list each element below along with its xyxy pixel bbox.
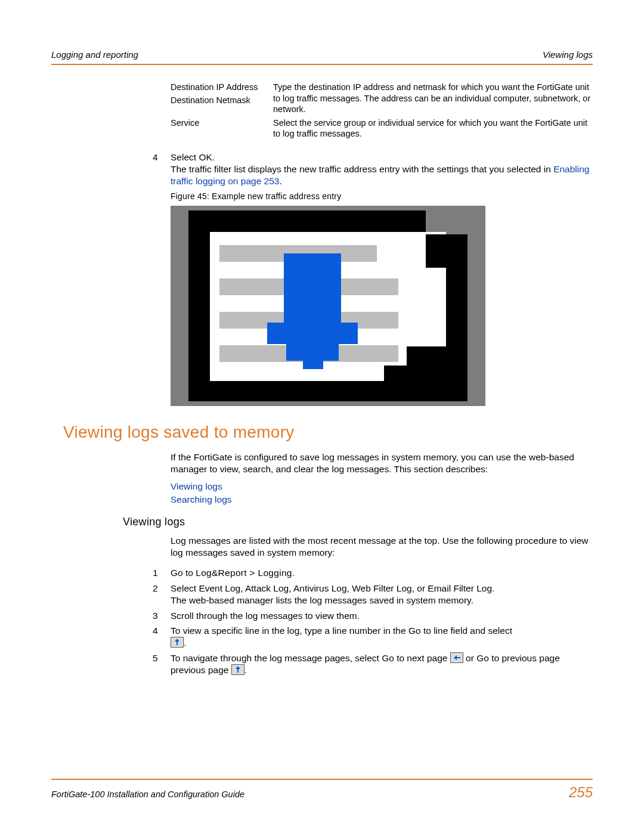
step2-body: Select Event Log, Attack Log, Antivirus … xyxy=(171,579,593,606)
defterm-service: Service xyxy=(171,116,273,141)
footer-title: FortiGate-100 Installation and Configura… xyxy=(51,789,244,800)
step-4-block: 4 Select OK. The traffic filter list dis… xyxy=(153,149,593,422)
step1-body: Go to Log&Report > Logging. xyxy=(171,563,593,579)
heading-viewing-logs-memory: Viewing logs saved to memory xyxy=(63,422,593,443)
step5-body: To navigate through the log message page… xyxy=(171,649,593,676)
term-dest-netmask: Destination Netmask xyxy=(171,93,271,106)
step4b-body: To view a specific line in the log, type… xyxy=(171,621,593,649)
step4-line1: Select OK. xyxy=(171,151,593,163)
link-page-ref[interactable]: on page 253 xyxy=(225,176,280,186)
defdesc-dest: Type the destination IP address and netm… xyxy=(273,80,593,116)
step4b-number: 4 xyxy=(153,621,171,649)
defdesc-service: Select the service group or individual s… xyxy=(273,116,593,141)
link-searching-logs[interactable]: Searching logs xyxy=(171,493,593,506)
intro2-paragraph: Log messages are listed with the most re… xyxy=(171,535,593,559)
prev-page-icon[interactable] xyxy=(231,664,244,675)
step5-number: 5 xyxy=(153,649,171,676)
heading-viewing-logs: Viewing logs xyxy=(123,515,593,529)
header-right: Viewing logs xyxy=(543,49,593,60)
link-viewing-logs[interactable]: Viewing logs xyxy=(171,480,593,493)
step4-body: Select OK. The traffic filter list displ… xyxy=(171,149,593,422)
figure-caption: Figure 45: Example new traffic address e… xyxy=(171,191,593,202)
definition-table: Destination IP Address Destination Netma… xyxy=(171,80,593,141)
page-number: 255 xyxy=(569,784,593,802)
page-header: Logging and reporting Viewing logs xyxy=(51,49,593,65)
figure-45-image xyxy=(171,206,485,406)
step3-number: 3 xyxy=(153,606,171,622)
step4-line2: The traffic filter list displays the new… xyxy=(171,163,593,187)
page-footer: FortiGate-100 Installation and Configura… xyxy=(51,779,593,802)
intro-paragraph: If the FortiGate is configured to save l… xyxy=(171,451,593,475)
step4-number: 4 xyxy=(153,149,171,422)
go-to-line-icon[interactable] xyxy=(171,637,184,648)
header-left: Logging and reporting xyxy=(51,49,138,60)
procedure-list: 1 Go to Log&Report > Logging. 2 Select E… xyxy=(153,563,593,676)
sub-links: Viewing logs Searching logs xyxy=(171,480,593,506)
step2-number: 2 xyxy=(153,579,171,606)
menu-path: Log&Report > Logging xyxy=(196,568,292,578)
defterm-dest-ip: Destination IP Address Destination Netma… xyxy=(171,80,273,116)
step3-body: Scroll through the log messages to view … xyxy=(171,606,593,622)
term-dest-ip-address: Destination IP Address xyxy=(171,82,271,93)
step1-number: 1 xyxy=(153,563,171,579)
next-page-icon[interactable] xyxy=(450,652,463,663)
